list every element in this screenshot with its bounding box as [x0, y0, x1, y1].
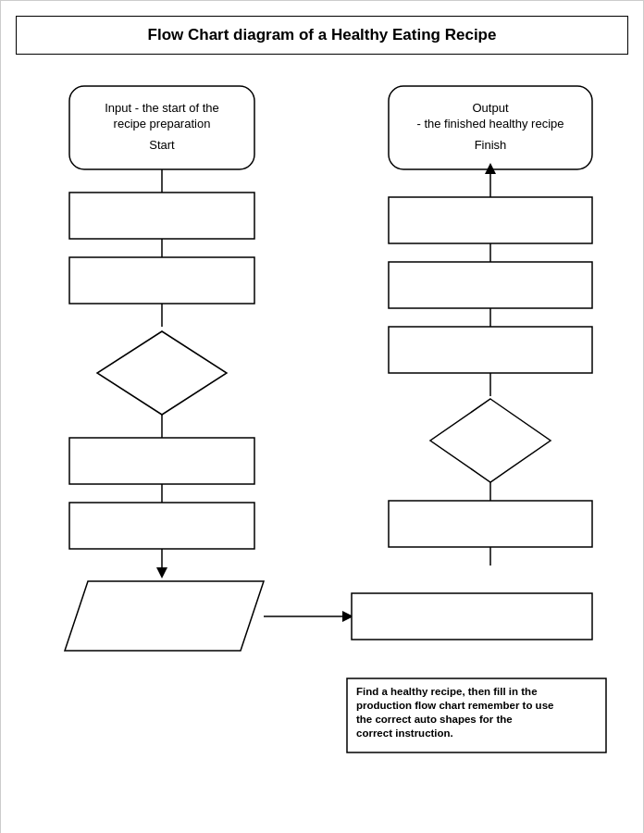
- svg-rect-25: [389, 197, 592, 243]
- svg-text:Find a healthy recipe, then fi: Find a healthy recipe, then fill in the: [356, 686, 538, 697]
- svg-marker-16: [65, 581, 264, 651]
- svg-text:Input - the start of the: Input - the start of the: [105, 101, 219, 115]
- svg-rect-7: [69, 257, 254, 304]
- svg-marker-9: [97, 331, 227, 415]
- svg-text:production flow chart remember: production flow chart remember to use: [356, 700, 553, 711]
- svg-rect-29: [389, 327, 592, 373]
- page: Flow Chart diagram of a Healthy Eating R…: [0, 0, 644, 833]
- svg-text:recipe preparation: recipe preparation: [114, 117, 211, 131]
- svg-marker-31: [430, 399, 551, 482]
- svg-text:correct instruction.: correct instruction.: [356, 727, 453, 739]
- svg-text:Start: Start: [149, 138, 175, 152]
- svg-rect-27: [389, 262, 592, 308]
- title-text: Flow Chart diagram of a Healthy Eating R…: [148, 26, 497, 44]
- svg-marker-15: [156, 567, 167, 578]
- svg-rect-5: [69, 193, 254, 239]
- svg-rect-11: [69, 438, 254, 484]
- flowchart-svg: Input - the start of the recipe preparat…: [19, 77, 625, 827]
- svg-text:Output: Output: [472, 101, 508, 115]
- svg-text:- the finished healthy recipe: - the finished healthy recipe: [417, 117, 564, 131]
- svg-rect-13: [69, 503, 254, 549]
- svg-text:Finish: Finish: [475, 138, 507, 152]
- svg-rect-35: [352, 593, 592, 640]
- svg-text:the correct auto shapes for th: the correct auto shapes for the: [356, 714, 513, 725]
- page-title: Flow Chart diagram of a Healthy Eating R…: [16, 16, 628, 55]
- svg-rect-33: [389, 501, 592, 547]
